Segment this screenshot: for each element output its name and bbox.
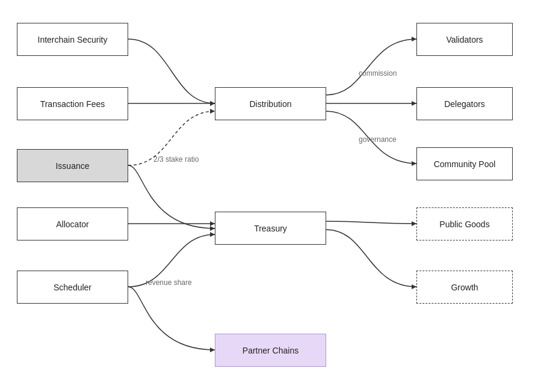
public-goods-box: Public Goods [416, 207, 513, 240]
transaction-fees-box: Transaction Fees [17, 87, 128, 120]
allocator-box: Allocator [17, 207, 128, 240]
delegators-box: Delegators [416, 87, 513, 120]
distribution-label: Distribution [249, 99, 291, 109]
svg-marker-6 [210, 348, 215, 352]
svg-marker-2 [210, 109, 215, 114]
stake-ratio-label: 2/3 stake ratio [153, 155, 199, 164]
treasury-label: Treasury [254, 224, 287, 233]
svg-marker-1 [210, 101, 215, 106]
svg-marker-8 [412, 101, 416, 106]
svg-marker-9 [412, 161, 416, 166]
commission-label: commission [359, 69, 397, 78]
svg-marker-0 [210, 101, 215, 106]
interchain-security-label: Interchain Security [38, 35, 108, 44]
scheduler-label: Scheduler [54, 283, 91, 292]
validators-label: Validators [446, 35, 483, 44]
diagram: Interchain Security Transaction Fees Iss… [0, 0, 535, 392]
governance-label: governance [359, 135, 397, 144]
svg-marker-4 [210, 221, 215, 226]
validators-box: Validators [416, 23, 513, 56]
distribution-box: Distribution [215, 87, 326, 120]
svg-marker-10 [412, 221, 416, 226]
revenue-share-label: revenue share [146, 278, 192, 287]
growth-label: Growth [451, 283, 478, 292]
growth-box: Growth [416, 271, 513, 304]
scheduler-box: Scheduler [17, 271, 128, 304]
community-pool-box: Community Pool [416, 147, 513, 180]
community-pool-label: Community Pool [434, 159, 496, 169]
svg-marker-11 [412, 284, 416, 289]
delegators-label: Delegators [444, 99, 485, 109]
interchain-security-box: Interchain Security [17, 23, 128, 56]
svg-marker-7 [412, 37, 416, 41]
svg-marker-3 [210, 226, 215, 231]
issuance-label: Issuance [55, 161, 89, 171]
issuance-box: Issuance [17, 149, 128, 182]
svg-marker-5 [210, 232, 215, 237]
public-goods-label: Public Goods [439, 219, 489, 229]
partner-chains-label: Partner Chains [243, 346, 298, 355]
allocator-label: Allocator [56, 219, 88, 229]
partner-chains-box: Partner Chains [215, 334, 326, 367]
transaction-fees-label: Transaction Fees [40, 99, 105, 109]
treasury-box: Treasury [215, 212, 326, 245]
